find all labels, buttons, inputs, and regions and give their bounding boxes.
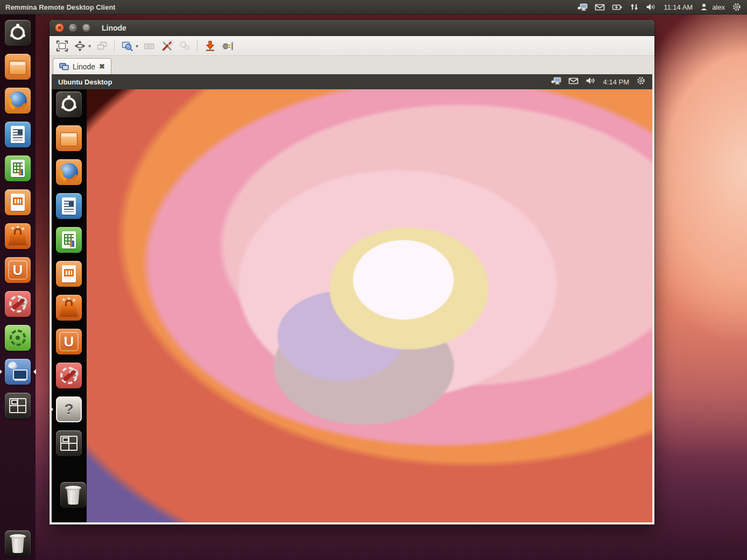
remote-launcher-item-system-settings[interactable] [56, 363, 82, 388]
remote-unity-launcher: U ? [52, 89, 87, 522]
battery-icon[interactable] [612, 3, 623, 11]
remote-panel-title: Ubuntu Desktop [52, 78, 112, 86]
window-close-button[interactable]: ✕ [55, 23, 64, 32]
tab-label: Linode [73, 62, 95, 71]
mail-icon[interactable] [595, 3, 605, 11]
remote-wallpaper[interactable] [87, 89, 652, 522]
window-titlebar[interactable]: ✕ – ❐ Linode [50, 20, 654, 36]
launcher-item-firefox[interactable] [5, 88, 31, 114]
tab-linode[interactable]: Linode ✖ [53, 58, 111, 74]
launcher-item-trash[interactable] [5, 530, 31, 556]
remote-indicator-tray: 4:14 PM [551, 76, 652, 88]
grab-keyboard-button[interactable] [142, 39, 156, 53]
launcher-item-libreoffice-writer[interactable] [5, 122, 31, 147]
launcher-item-dash-home[interactable] [5, 20, 31, 46]
remote-launcher-item-workspace-switcher[interactable] [56, 430, 82, 456]
tab-screens-icon [59, 63, 69, 70]
scaled-mode-dropdown-icon[interactable]: ▾ [136, 43, 138, 49]
remote-session-indicator-icon[interactable] [577, 2, 588, 12]
fit-window-button[interactable] [73, 39, 87, 53]
remote-desktop[interactable]: U ? [52, 89, 652, 522]
remote-launcher-item-libreoffice-calc[interactable] [56, 227, 82, 253]
window-minimize-button[interactable]: – [68, 23, 77, 32]
remote-launcher-item-home-folder[interactable] [56, 125, 82, 151]
launcher-item-software-center[interactable] [5, 223, 31, 249]
panel-clock[interactable]: 11:14 AM [664, 3, 693, 11]
network-transfer-icon[interactable] [630, 3, 639, 11]
preferences-tools-button[interactable] [160, 39, 174, 53]
scaled-mode-button[interactable] [120, 39, 134, 53]
remote-session-indicator-icon[interactable] [551, 76, 561, 88]
remote-launcher-item-firefox[interactable] [56, 159, 82, 185]
remote-launcher-item-dash-home[interactable] [56, 91, 82, 117]
username[interactable]: alex [712, 3, 725, 11]
fit-window-dropdown-icon[interactable]: ▾ [88, 43, 91, 49]
active-app-title: Remmina Remote Desktop Client [0, 3, 115, 11]
session-gear-icon[interactable] [636, 76, 646, 88]
volume-icon[interactable] [646, 3, 657, 11]
launcher-item-libreoffice-calc[interactable] [5, 155, 31, 181]
launcher-item-remmina[interactable] [5, 359, 31, 385]
remote-top-panel: Ubuntu Desktop 4:14 PM [52, 74, 652, 89]
remote-launcher-item-software-center[interactable] [56, 295, 82, 321]
remote-launcher-item-libreoffice-impress[interactable] [56, 261, 82, 287]
user-icon[interactable] [700, 3, 708, 11]
remote-launcher-item-trash[interactable] [60, 482, 86, 508]
top-panel: Remmina Remote Desktop Client 11:14 AM a… [0, 0, 747, 15]
remmina-window: ✕ – ❐ Linode ▾ ▾ [50, 20, 654, 524]
toggle-fullscreen-button[interactable] [55, 39, 69, 53]
remote-panel-clock[interactable]: 4:14 PM [603, 78, 629, 86]
launcher-item-system-settings[interactable] [5, 291, 31, 317]
connection-settings-gears-button[interactable] [178, 39, 192, 53]
launcher-item-ubuntu-one[interactable]: U [5, 257, 31, 283]
tab-close-icon[interactable]: ✖ [99, 62, 105, 70]
window-title: Linode [102, 24, 126, 32]
disconnect-plug-button[interactable] [221, 39, 235, 53]
launcher-item-software-updater[interactable] [5, 325, 31, 351]
window-maximize-button[interactable]: ❐ [82, 23, 91, 32]
take-screenshot-button[interactable] [203, 39, 217, 53]
connection-tabbar: Linode ✖ [50, 56, 654, 74]
mail-icon[interactable] [568, 76, 579, 87]
duplicate-connection-button[interactable] [95, 39, 109, 53]
indicator-tray: 11:14 AM alex [577, 2, 747, 12]
unity-launcher: U [0, 15, 36, 560]
trash-icon [5, 530, 31, 556]
remote-session-viewport: Ubuntu Desktop 4:14 PM [50, 74, 654, 524]
trash-icon [60, 482, 86, 508]
remote-launcher-item-ubuntu-one[interactable]: U [56, 329, 82, 355]
remote-launcher-item-unknown-app[interactable]: ? [56, 396, 82, 422]
launcher-item-libreoffice-impress[interactable] [5, 189, 31, 215]
launcher-item-home-folder[interactable] [5, 54, 31, 80]
remmina-toolbar: ▾ ▾ [50, 36, 654, 56]
launcher-item-workspace-switcher[interactable] [5, 393, 31, 419]
desktop: { "panel": { "title": "Remmina Remote De… [0, 0, 747, 560]
volume-icon[interactable] [586, 76, 596, 87]
remote-launcher-item-libreoffice-writer[interactable] [56, 193, 82, 219]
session-gear-icon[interactable] [732, 2, 742, 12]
